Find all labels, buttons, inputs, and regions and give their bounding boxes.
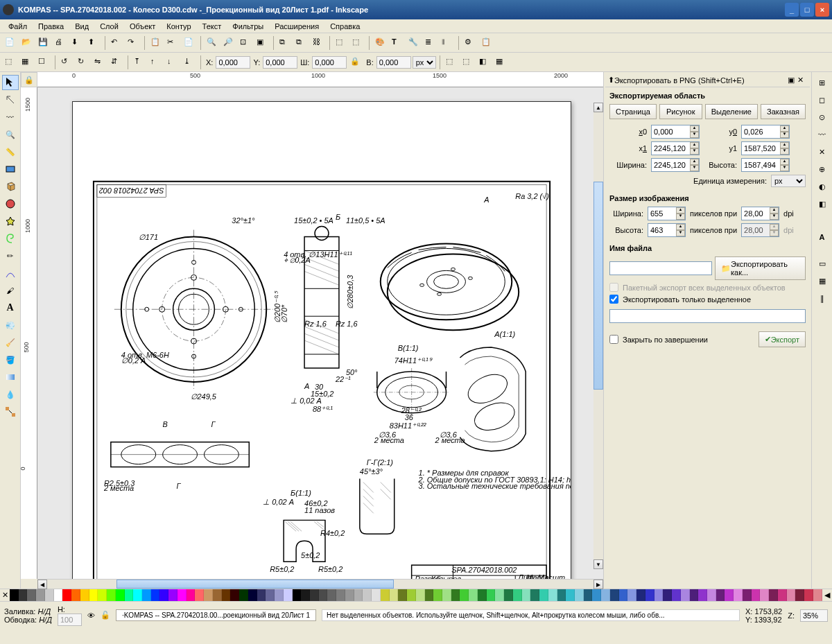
color-swatch[interactable] bbox=[566, 589, 575, 601]
color-swatch[interactable] bbox=[390, 589, 399, 601]
raise-button[interactable]: ↑ bbox=[148, 55, 164, 70]
redo-button[interactable]: ↷ bbox=[125, 35, 141, 51]
zoom-out-button[interactable]: 🔎 bbox=[221, 35, 236, 51]
measure-tool[interactable]: 📏 bbox=[2, 144, 19, 159]
selection-id-input[interactable] bbox=[609, 309, 806, 323]
tweak-tool[interactable]: 〰 bbox=[2, 110, 19, 125]
color-swatch[interactable] bbox=[363, 589, 372, 601]
snap-text-button[interactable]: A bbox=[814, 229, 831, 245]
panel-close-button[interactable]: ✕ bbox=[797, 76, 807, 85]
panel-minimize-button[interactable]: ▣ bbox=[788, 76, 797, 85]
rotate-cw-button[interactable]: ↻ bbox=[76, 55, 91, 70]
export-button[interactable]: ✔ Экспорт bbox=[759, 331, 806, 347]
lower-bottom-button[interactable]: ⤓ bbox=[182, 55, 197, 70]
x0-input[interactable]: ▲▼ bbox=[651, 125, 700, 139]
color-swatch[interactable] bbox=[592, 589, 601, 601]
snap-object-button[interactable]: ◧ bbox=[814, 196, 831, 211]
stroke-value[interactable]: Н/Д bbox=[39, 616, 52, 624]
paste-button[interactable]: 📄 bbox=[182, 35, 197, 51]
flip-v-button[interactable]: ⇵ bbox=[109, 55, 124, 70]
color-swatch[interactable] bbox=[345, 589, 354, 601]
xml-button[interactable]: 🔧 bbox=[406, 35, 422, 51]
snap-grid-button[interactable]: ▦ bbox=[814, 273, 831, 288]
color-swatch[interactable] bbox=[213, 589, 222, 601]
color-swatch[interactable] bbox=[478, 589, 487, 601]
close-button[interactable]: × bbox=[815, 3, 829, 17]
spray-tool[interactable]: 💨 bbox=[2, 317, 19, 333]
color-swatch[interactable] bbox=[62, 589, 71, 601]
menu-layer[interactable]: Слой bbox=[94, 21, 124, 32]
menu-help[interactable]: Справка bbox=[324, 21, 365, 32]
color-swatch[interactable] bbox=[284, 589, 293, 601]
snap-page-button[interactable]: ▭ bbox=[814, 256, 831, 271]
color-swatch[interactable] bbox=[177, 589, 187, 601]
horizontal-scrollbar[interactable]: ◀ ▶ bbox=[37, 579, 603, 589]
snap-guide-button[interactable]: ‖ bbox=[814, 290, 831, 306]
color-swatch[interactable] bbox=[698, 589, 707, 601]
prefs-button[interactable]: ⚙ bbox=[462, 35, 478, 51]
import-button[interactable]: ⬇ bbox=[69, 35, 85, 51]
menu-path[interactable]: Контур bbox=[161, 21, 196, 32]
color-swatch[interactable] bbox=[45, 589, 54, 601]
area-width-input[interactable]: ▲▼ bbox=[651, 158, 700, 172]
calligraphy-tool[interactable]: 🖌 bbox=[2, 283, 19, 298]
export-selected-checkbox[interactable] bbox=[609, 295, 618, 304]
star-tool[interactable] bbox=[2, 214, 19, 229]
img-width-input[interactable]: ▲▼ bbox=[648, 207, 686, 220]
menu-object[interactable]: Объект bbox=[124, 21, 161, 32]
snap-bbox-button[interactable]: ◻ bbox=[814, 92, 831, 107]
new-button[interactable]: 📄 bbox=[3, 35, 18, 51]
color-swatch[interactable] bbox=[795, 589, 804, 601]
color-swatch[interactable] bbox=[681, 589, 690, 601]
select-all-button[interactable]: ⬚ bbox=[3, 55, 18, 70]
tab-custom[interactable]: Заказная bbox=[761, 104, 806, 119]
spiral-tool[interactable] bbox=[2, 231, 19, 246]
color-swatch[interactable] bbox=[239, 589, 248, 601]
undo-button[interactable]: ↶ bbox=[109, 35, 124, 51]
ungroup-button[interactable]: ⬚ bbox=[350, 35, 365, 51]
snap-center-button[interactable]: ⊕ bbox=[814, 162, 831, 177]
menu-text[interactable]: Текст bbox=[197, 21, 227, 32]
color-swatch[interactable] bbox=[601, 589, 610, 601]
color-swatch[interactable] bbox=[354, 589, 363, 601]
color-swatch[interactable] bbox=[230, 589, 239, 601]
menu-file[interactable]: Файл bbox=[3, 21, 33, 32]
color-swatch[interactable] bbox=[125, 589, 134, 601]
color-swatch[interactable] bbox=[495, 589, 504, 601]
x-input[interactable] bbox=[216, 56, 250, 69]
dropper-tool[interactable]: 💧 bbox=[2, 387, 19, 402]
save-button[interactable]: 💾 bbox=[36, 35, 51, 51]
color-swatch[interactable] bbox=[80, 589, 89, 601]
color-swatch[interactable] bbox=[204, 589, 213, 601]
color-swatch[interactable] bbox=[168, 589, 177, 601]
affect-gradient-button[interactable]: ◧ bbox=[477, 55, 492, 70]
3dbox-tool[interactable] bbox=[2, 179, 19, 194]
x1-input[interactable]: ▲▼ bbox=[651, 141, 700, 155]
canvas-viewport[interactable]: SPA 27042018 002 Ra 3,2 (√) bbox=[37, 87, 603, 579]
vertical-ruler[interactable]: 1500 1000 500 0 bbox=[21, 87, 37, 579]
color-swatch[interactable] bbox=[398, 589, 407, 601]
visibility-icon[interactable]: 👁 bbox=[87, 611, 95, 620]
color-swatch[interactable] bbox=[248, 589, 257, 601]
zoom-tool[interactable]: 🔍 bbox=[2, 127, 19, 142]
color-swatch[interactable] bbox=[584, 589, 593, 601]
print-button[interactable]: 🖨 bbox=[53, 35, 68, 51]
snap-enable-button[interactable]: ⊞ bbox=[814, 75, 831, 90]
color-swatch[interactable] bbox=[116, 589, 125, 601]
color-swatch[interactable] bbox=[655, 589, 664, 601]
group-button[interactable]: ⬚ bbox=[333, 35, 349, 51]
affect-corner-button[interactable]: ⬚ bbox=[460, 55, 476, 70]
color-swatch[interactable] bbox=[222, 589, 231, 601]
selector-tool[interactable] bbox=[2, 75, 19, 90]
color-swatch[interactable] bbox=[433, 589, 442, 601]
color-swatch[interactable] bbox=[451, 589, 460, 601]
snap-midpoint-button[interactable]: ◐ bbox=[814, 179, 831, 194]
affect-pattern-button[interactable]: ▦ bbox=[494, 55, 509, 70]
color-swatch[interactable] bbox=[133, 589, 142, 601]
duplicate-button[interactable]: ⧉ bbox=[277, 35, 293, 51]
close-on-done-checkbox[interactable] bbox=[609, 335, 618, 344]
color-swatch[interactable] bbox=[195, 589, 204, 601]
color-swatch[interactable] bbox=[36, 589, 45, 601]
color-swatch[interactable] bbox=[98, 589, 107, 601]
export-as-button[interactable]: 📁 Экспортировать как... bbox=[715, 256, 806, 280]
